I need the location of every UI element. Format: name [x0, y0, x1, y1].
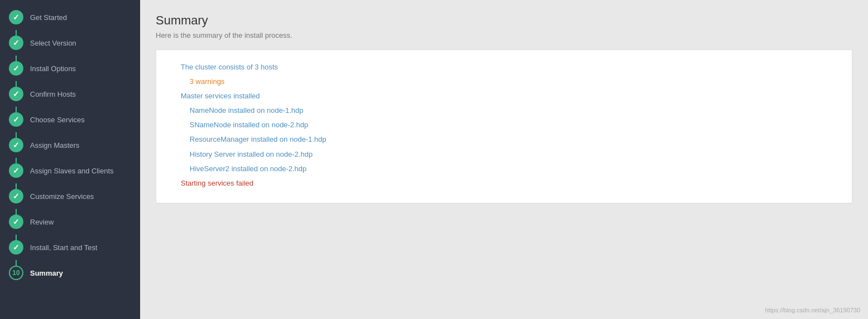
install-line-0: NameNode installed on node-1.hdp	[172, 104, 836, 117]
page-subtitle: Here is the summary of the install proce…	[156, 31, 852, 39]
main-content: Summary Here is the summary of the insta…	[140, 0, 868, 319]
step-number: 10	[9, 266, 23, 280]
install-link-4[interactable]: HiveServer2 installed on node-2.hdp	[190, 165, 306, 173]
step-check-icon: ✓	[9, 138, 23, 152]
sidebar-item-label: Customize Services	[30, 192, 94, 201]
failure-line: Starting services failed	[172, 177, 836, 190]
sidebar-item-choose-services[interactable]: ✓Choose Services	[0, 107, 140, 132]
sidebar-item-assign-slaves[interactable]: ✓Assign Slaves and Clients	[0, 158, 140, 183]
install-link-3[interactable]: History Server installed on node-2.hdp	[190, 150, 313, 158]
sidebar-item-label: Assign Slaves and Clients	[30, 167, 113, 175]
sidebar-item-assign-masters[interactable]: ✓Assign Masters	[0, 132, 140, 158]
sidebar-item-label: Summary	[30, 269, 63, 277]
sidebar-item-label: Assign Masters	[30, 141, 80, 149]
sidebar-item-customize-services[interactable]: ✓Customize Services	[0, 183, 140, 209]
step-check-icon: ✓	[9, 36, 23, 50]
cluster-line: The cluster consists of 3 hosts	[172, 61, 836, 73]
watermark: https://blog.csdn.net/ajn_36190730	[765, 307, 860, 313]
sidebar-item-summary[interactable]: 10Summary	[0, 260, 140, 286]
sidebar-item-review[interactable]: ✓Review	[0, 209, 140, 235]
summary-card: The cluster consists of 3 hosts 3 warnin…	[156, 49, 852, 203]
sidebar-item-label: Choose Services	[30, 116, 85, 124]
sidebar-item-select-version[interactable]: ✓Select Version	[0, 30, 140, 56]
sidebar-item-label: Confirm Hosts	[30, 90, 76, 98]
sidebar-item-label: Install, Start and Test	[30, 243, 97, 252]
install-link-1[interactable]: SNameNode installed on node-2.hdp	[190, 121, 308, 129]
install-line-1: SNameNode installed on node-2.hdp	[172, 119, 836, 131]
sidebar-item-install-options[interactable]: ✓Install Options	[0, 56, 140, 81]
master-services-link[interactable]: Master services installed	[181, 92, 260, 100]
step-check-icon: ✓	[9, 240, 23, 255]
step-check-icon: ✓	[9, 61, 23, 76]
sidebar-item-label: Select Version	[30, 39, 76, 47]
step-check-icon: ✓	[9, 87, 23, 101]
install-link-0[interactable]: NameNode installed on node-1.hdp	[190, 106, 304, 114]
step-check-icon: ✓	[9, 112, 23, 127]
sidebar: ✓Get Started✓Select Version✓Install Opti…	[0, 0, 140, 319]
sidebar-item-label: Get Started	[30, 13, 67, 22]
install-line-2: ResourceManager installed on node-1.hdp	[172, 133, 836, 146]
page-title: Summary	[156, 13, 852, 28]
sidebar-item-confirm-hosts[interactable]: ✓Confirm Hosts	[0, 81, 140, 107]
install-line-4: HiveServer2 installed on node-2.hdp	[172, 163, 836, 175]
install-line-3: History Server installed on node-2.hdp	[172, 148, 836, 161]
warnings-line: 3 warnings	[172, 76, 836, 88]
master-services-line: Master services installed	[172, 90, 836, 102]
step-check-icon: ✓	[9, 189, 23, 203]
step-check-icon: ✓	[9, 10, 23, 24]
sidebar-item-label: Install Options	[30, 64, 76, 73]
sidebar-item-install-start-test[interactable]: ✓Install, Start and Test	[0, 235, 140, 260]
install-link-2[interactable]: ResourceManager installed on node-1.hdp	[190, 135, 326, 143]
sidebar-item-label: Review	[30, 218, 54, 226]
step-check-icon: ✓	[9, 163, 23, 178]
cluster-link[interactable]: The cluster consists of 3 hosts	[181, 63, 278, 71]
sidebar-item-get-started[interactable]: ✓Get Started	[0, 4, 140, 30]
step-check-icon: ✓	[9, 215, 23, 229]
